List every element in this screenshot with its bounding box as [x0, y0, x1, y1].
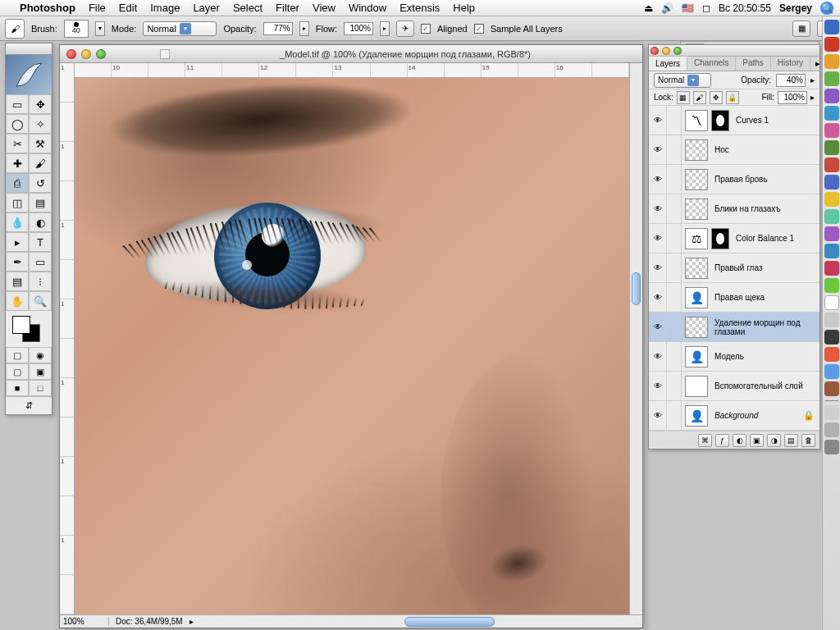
flow-arrow[interactable]: ▸: [380, 21, 390, 36]
notes-tool[interactable]: ▤: [6, 272, 29, 291]
palette-minimize-button[interactable]: [662, 47, 670, 55]
crop-tool[interactable]: ✂: [6, 134, 29, 153]
brush-preview[interactable]: 40: [64, 20, 89, 38]
shape-tool[interactable]: ▭: [29, 252, 52, 272]
layer-row[interactable]: 👁 〽 Curves 1: [649, 106, 819, 135]
dock-app-icon[interactable]: [824, 347, 839, 362]
screen-mode-3[interactable]: ■: [6, 380, 29, 396]
marquee-tool[interactable]: ▭: [6, 94, 29, 114]
visibility-toggle-icon[interactable]: 👁: [649, 313, 667, 341]
toolbox-drag-handle[interactable]: [6, 43, 52, 55]
visibility-toggle-icon[interactable]: 👁: [649, 283, 667, 312]
opacity-slider-arrow[interactable]: ▸: [810, 75, 815, 84]
palette-toggle-button[interactable]: ▦: [792, 21, 810, 37]
foreground-color[interactable]: [12, 316, 30, 334]
screen-mode-1[interactable]: ▢: [6, 363, 29, 380]
layer-name[interactable]: Вспомогательный слой: [711, 381, 819, 390]
dock-app-icon[interactable]: [824, 71, 839, 86]
visibility-toggle-icon[interactable]: 👁: [649, 224, 667, 253]
delete-layer-icon[interactable]: 🗑: [801, 434, 815, 447]
user-menu[interactable]: Sergey: [779, 2, 812, 14]
layer-thumbnail[interactable]: [685, 199, 708, 220]
zoom-button[interactable]: [96, 49, 106, 59]
layer-row[interactable]: 👁 Вспомогательный слой: [649, 372, 819, 401]
close-button[interactable]: [66, 49, 76, 59]
proxy-icon[interactable]: [160, 49, 170, 59]
visibility-toggle-icon[interactable]: 👁: [649, 194, 667, 223]
palette-zoom-button[interactable]: [673, 47, 682, 55]
new-set-icon[interactable]: ▣: [750, 434, 764, 447]
opacity-input[interactable]: [263, 22, 293, 35]
horizontal-scroll-thumb[interactable]: [404, 617, 495, 627]
type-tool[interactable]: T: [29, 232, 52, 252]
link-column[interactable]: [667, 194, 682, 223]
link-column[interactable]: [667, 283, 682, 312]
screen-mode-4[interactable]: □: [29, 380, 52, 396]
layer-row[interactable]: 👁 Удаление морщин под глазами: [649, 313, 819, 342]
lock-transparency-icon[interactable]: ▦: [677, 91, 690, 104]
tab-layers[interactable]: Layers: [649, 57, 687, 71]
dock-app-icon[interactable]: [824, 140, 839, 155]
layer-row[interactable]: 👁 👤 Модель: [649, 342, 819, 372]
visibility-toggle-icon[interactable]: 👁: [649, 106, 667, 135]
standard-mode-button[interactable]: ▢: [6, 347, 29, 363]
dock-trash-icon[interactable]: [824, 440, 839, 454]
screen-mode-2[interactable]: ▣: [29, 363, 52, 380]
dock-app-icon[interactable]: [824, 175, 839, 189]
magic-wand-tool[interactable]: ✧: [29, 114, 52, 134]
dock-app-icon[interactable]: [824, 295, 839, 310]
dock-app-icon[interactable]: [824, 278, 839, 293]
layer-name[interactable]: Правая бровь: [711, 175, 819, 184]
dock-app-icon[interactable]: [824, 244, 839, 258]
hand-tool[interactable]: ✋: [6, 291, 29, 311]
lock-position-icon[interactable]: ✥: [710, 91, 723, 104]
tab-paths[interactable]: Paths: [736, 57, 771, 71]
flag-icon[interactable]: 🇺🇸: [682, 2, 694, 14]
menu-layer[interactable]: Layer: [193, 2, 220, 14]
opacity-arrow[interactable]: ▸: [299, 21, 309, 36]
menu-extra-icon[interactable]: ◻: [702, 2, 710, 14]
visibility-toggle-icon[interactable]: 👁: [649, 135, 667, 164]
layer-name[interactable]: Нос: [711, 145, 819, 154]
dock-app-icon[interactable]: [824, 158, 839, 172]
adjustment-layer-icon[interactable]: ◑: [767, 434, 781, 447]
color-swatches[interactable]: [6, 311, 52, 347]
layer-thumbnail[interactable]: 〽: [685, 110, 708, 131]
layer-blend-select[interactable]: Normal▾: [654, 73, 711, 88]
layer-opacity-input[interactable]: [776, 74, 806, 87]
volume-icon[interactable]: 🔊: [661, 2, 673, 14]
layer-name[interactable]: Правый глаз: [711, 263, 819, 272]
current-tool-icon[interactable]: 🖌: [5, 19, 25, 39]
layer-name[interactable]: Удаление морщин под глазами: [711, 318, 819, 336]
blend-mode-select[interactable]: Normal ▾: [143, 21, 217, 36]
layer-thumbnail[interactable]: [685, 376, 708, 397]
layer-row[interactable]: 👁 Правый глаз: [649, 253, 819, 283]
dock-app-icon[interactable]: [824, 313, 839, 327]
palette-close-button[interactable]: [651, 47, 659, 55]
link-column[interactable]: [667, 313, 682, 341]
dock-app-icon[interactable]: [824, 381, 839, 396]
brush-picker-arrow[interactable]: ▾: [95, 21, 105, 36]
link-column[interactable]: [667, 372, 682, 400]
link-column[interactable]: [667, 106, 682, 135]
zoom-tool[interactable]: 🔍: [29, 291, 52, 311]
doc-size-info[interactable]: Doc: 36,4M/99,5M: [109, 617, 189, 626]
menu-edit[interactable]: Edit: [119, 2, 137, 14]
menu-select[interactable]: Select: [233, 2, 262, 14]
link-layers-icon[interactable]: ⌘: [698, 434, 712, 447]
dock-app-icon[interactable]: [824, 209, 839, 224]
lock-all-icon[interactable]: 🔒: [726, 91, 739, 104]
layer-thumbnail[interactable]: 👤: [685, 287, 708, 308]
layer-row[interactable]: 👁 Блики на глазахъ: [649, 194, 819, 224]
link-column[interactable]: [667, 165, 682, 194]
flow-input[interactable]: [344, 22, 373, 35]
move-tool[interactable]: ✥: [29, 94, 52, 114]
menu-image[interactable]: Image: [150, 2, 180, 14]
add-mask-icon[interactable]: ◐: [733, 434, 746, 447]
window-titlebar[interactable]: _Model.tif @ 100% (Удаление морщин под г…: [60, 45, 642, 63]
layer-name[interactable]: Блики на глазахъ: [711, 204, 819, 213]
menu-help[interactable]: Help: [453, 2, 475, 14]
layer-style-icon[interactable]: ƒ: [715, 434, 729, 447]
layer-name[interactable]: Color Balance 1: [733, 234, 819, 243]
dock-app-icon[interactable]: [824, 106, 839, 121]
